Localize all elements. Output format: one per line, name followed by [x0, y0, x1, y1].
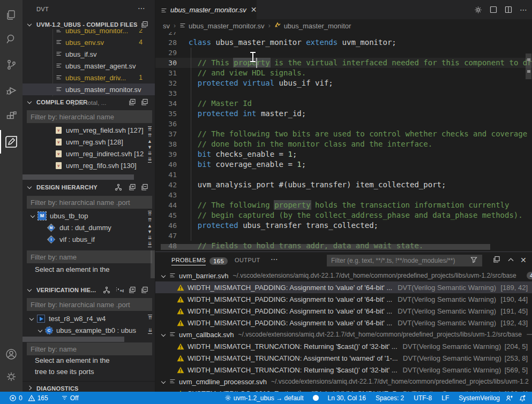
dvt-status-indicator[interactable]	[310, 392, 322, 404]
code-line-40[interactable]: 40 bit coverage_enable = 1;	[155, 159, 532, 170]
code-line-29[interactable]: 29	[155, 48, 532, 58]
hierarchy-icon[interactable]	[103, 286, 111, 295]
horizontal-scrollbar[interactable]	[23, 337, 124, 342]
design-hierarchy-filter-input[interactable]	[27, 196, 152, 209]
editor-horizontal-scrollbar[interactable]	[161, 244, 490, 250]
breadcrumb-file[interactable]: ubus_master_monitor.sv	[179, 22, 265, 30]
code-line-32[interactable]: 32 protected virtual ubus_if vif;	[155, 78, 532, 88]
code-line-44[interactable]: 44 // The following property holds the t…	[155, 200, 532, 210]
problem-warning-row[interactable]: WIDTH_MISMATCH_PADDING: Assignment to 'v…	[155, 293, 532, 305]
move-down-page-icon[interactable]: ⇊	[148, 150, 152, 156]
project-config-status[interactable]: uvm-1.2_ubus → default	[222, 392, 306, 404]
collapse-all-icon[interactable]	[141, 286, 149, 295]
code-line-28[interactable]: 28class ubus_master_monitor extends uvm_…	[155, 37, 532, 48]
expand-all-icon[interactable]	[129, 184, 137, 192]
code-line-30[interactable]: 30 // This property is the virtual inter…	[155, 58, 532, 68]
verification-hierarchy-filter-input[interactable]	[27, 298, 152, 311]
move-bottom-icon[interactable]: ⇊	[148, 327, 152, 334]
settings-gear-icon[interactable]	[0, 365, 23, 388]
move-up-icon[interactable]: ▲	[147, 223, 152, 229]
design-ports-filter-input[interactable]	[27, 250, 152, 263]
code-line-27[interactable]: 27	[155, 32, 532, 37]
split-editor-icon[interactable]	[505, 6, 512, 13]
filter-funnel-icon[interactable]	[470, 256, 477, 265]
editor-vertical-scrollbar[interactable]	[526, 54, 531, 79]
language-mode-status[interactable]: SystemVerilog	[456, 392, 503, 404]
compile-order-item[interactable]: vuvm_vreg_field.svh [127]	[23, 124, 155, 136]
tab-ubus-master-monitor[interactable]: ubus_master_monitor.sv ✕	[155, 0, 257, 19]
problems-status[interactable]: 0 165	[6, 392, 51, 404]
move-up-page-icon[interactable]: ⇈	[148, 217, 152, 223]
cursor-position-status[interactable]: Ln 30, Col 16	[325, 392, 369, 404]
section-header-verification-hierarchy[interactable]: VERIFICATION HIE... +8	[23, 285, 155, 296]
dvt-icon[interactable]	[0, 130, 23, 154]
problem-warning-row[interactable]: SYSTEM_VERILOG_2012_E...ting '`endif' la…	[155, 387, 532, 392]
view-more-actions-icon[interactable]: ⋯	[138, 4, 146, 12]
problem-warning-row[interactable]: WIDTH_MISMATCH_PADDING: Assignment to 'v…	[155, 317, 532, 329]
code-line-45[interactable]: 45 // begin captured (by the collect_add…	[155, 210, 532, 220]
collapse-all-icon[interactable]	[141, 184, 149, 192]
code-line-37[interactable]: 37 // The following two bits are used to…	[155, 129, 532, 139]
code-line-36[interactable]: 36	[155, 119, 532, 129]
compile-order-item[interactable]: vuvm_reg_indirect.svh [12	[23, 148, 155, 159]
reorder-arrows[interactable]: ⇈⇈▲▼⇊⇊	[147, 211, 152, 247]
compile-order-filter-input[interactable]	[27, 110, 152, 123]
move-down-icon[interactable]: ▼	[147, 144, 152, 150]
expand-all-icon[interactable]	[129, 98, 137, 107]
more-panel-tabs-icon[interactable]: ⋯	[271, 255, 279, 263]
tab-problems[interactable]: PROBLEMS 165	[171, 257, 228, 265]
problem-file-row[interactable]: uvm_callback.svh~/.vscode/extensions/ami…	[155, 329, 532, 340]
code-line-34[interactable]: 34 // Master Id	[155, 98, 532, 109]
problem-warning-row[interactable]: WIDTH_MISMATCH_TRUNCATION: Returning '$c…	[155, 364, 532, 376]
file-item-ubus-master-monitor-sv[interactable]: ubus_master_monitor.sv	[23, 83, 155, 95]
explorer-icon[interactable]	[0, 3, 23, 27]
tree-item-dut-dut-dummy[interactable]: Mdut : dut_dummy	[23, 222, 155, 233]
move-bottom-icon[interactable]: ⇊	[148, 241, 152, 247]
problems-filter-input[interactable]	[327, 255, 482, 266]
chevron-down-icon[interactable]	[161, 273, 166, 278]
problem-warning-row[interactable]: WIDTH_MISMATCH_PADDING: Assignment to 'v…	[155, 305, 532, 317]
problem-file-row[interactable]: uvm_cmdline_processor.svh~/.vscode/exten…	[155, 376, 532, 387]
settings-gear-icon[interactable]	[474, 6, 482, 14]
close-panel-icon[interactable]: ✕	[520, 256, 527, 264]
horizontal-scrollbar[interactable]	[23, 174, 134, 180]
verification-ports-filter-input[interactable]	[27, 342, 152, 355]
move-top-icon[interactable]: ⇈	[148, 126, 152, 133]
breadcrumb-folder[interactable]: sv	[163, 22, 170, 30]
tree-item-ubus-tb-top[interactable]: Mubus_tb_top	[23, 210, 155, 222]
more-actions-icon[interactable]: ⋯	[520, 5, 528, 14]
eol-status[interactable]: LF	[439, 392, 452, 404]
section-header-design-hierarchy[interactable]: DESIGN HIERARCHY	[23, 182, 155, 193]
filter-status[interactable]: Off	[58, 392, 81, 404]
move-up-icon[interactable]: ▲	[147, 139, 152, 144]
problem-warning-row[interactable]: WIDTH_MISMATCH_TRUNCATION: Returning '$c…	[155, 340, 532, 352]
chevron-down-icon[interactable]	[161, 379, 166, 384]
maximize-panel-icon[interactable]	[507, 256, 514, 265]
vertical-scrollbar[interactable]	[151, 250, 155, 278]
code-line-47[interactable]: 47	[155, 231, 532, 241]
move-bottom-icon[interactable]: ⇊	[148, 156, 152, 163]
file-item-ubus-master-driv-[interactable]: ubus_master_driv...1	[23, 72, 155, 83]
code-line-31[interactable]: 31 // and view HDL signals.	[155, 68, 532, 78]
collapse-all-icon[interactable]	[141, 98, 149, 107]
code-line-33[interactable]: 33	[155, 88, 532, 98]
expand-all-icon[interactable]	[129, 286, 137, 295]
code-editor[interactable]: 2728class ubus_master_monitor extends uv…	[155, 32, 532, 251]
tree-item-ubus-example-tb0-ubus[interactable]: Cubus_example_tb0 : ubus	[23, 324, 155, 336]
code-line-43[interactable]: 43	[155, 190, 532, 200]
problem-warning-row[interactable]: WIDTH_MISMATCH_TRUNCATION: Assignment to…	[155, 352, 532, 364]
code-line-38[interactable]: 38 // done both in the monitor class and…	[155, 139, 532, 149]
section-header-compile-order[interactable]: COMPILE ORDER [166 total, ...	[23, 97, 155, 108]
breadcrumb-class[interactable]: ubus_master_monitor	[274, 22, 351, 30]
chevron-down-icon[interactable]	[29, 316, 34, 321]
source-control-icon[interactable]	[0, 53, 23, 77]
problem-file-row[interactable]: uvm_barrier.svh~/.vscode/extensions/amiq…	[155, 270, 532, 281]
code-line-42[interactable]: 42 uvm_analysis_port #(ubus_transfer) it…	[155, 180, 532, 190]
compile-order-item[interactable]: vuvm_reg_fifo.svh [130]	[23, 159, 155, 171]
move-top-icon[interactable]: ⇈	[148, 211, 152, 217]
feedback-icon[interactable]	[503, 392, 516, 404]
encoding-status[interactable]: UTF-8	[411, 392, 434, 404]
file-item-ubus-env-sv[interactable]: ubus_env.sv4	[23, 36, 155, 48]
code-line-35[interactable]: 35 protected int master_id;	[155, 109, 532, 119]
search-icon[interactable]	[0, 27, 23, 51]
